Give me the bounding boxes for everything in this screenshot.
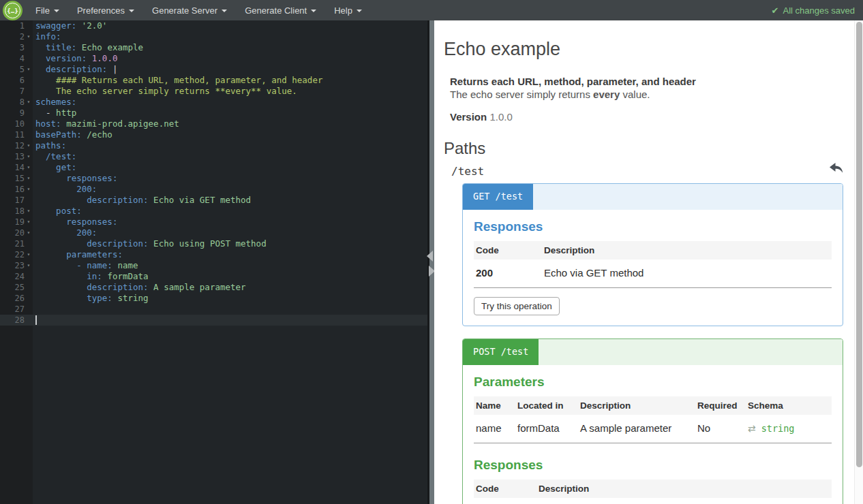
- code-text: The echo server simply returns **every**…: [33, 86, 297, 97]
- table-row: 200Echo using POST method: [474, 498, 832, 504]
- pane-splitter[interactable]: [429, 20, 434, 504]
- collapse-left-icon[interactable]: [427, 251, 433, 262]
- get-responses-heading: Responses: [474, 219, 832, 234]
- editor-line: 4 version: 1.0.0: [0, 53, 427, 64]
- line-number: 15: [0, 173, 25, 184]
- get-panel-header: GET /test: [463, 184, 843, 210]
- editor-line: 18▾ post:: [0, 206, 427, 217]
- column-header: Schema: [746, 396, 832, 415]
- post-panel-header: POST /test: [463, 339, 843, 365]
- editor-line: 11basePath: /echo: [0, 129, 427, 140]
- editor-line: 10host: mazimi-prod.apigee.net: [0, 119, 427, 129]
- caret-down-icon: [129, 10, 134, 12]
- fold-arrow-icon[interactable]: ▾: [25, 64, 33, 75]
- editor-line: 16▾ 200:: [0, 184, 427, 195]
- fold-arrow-icon[interactable]: ▾: [25, 140, 33, 151]
- editor-line: 6 #### Returns each URL, method, paramet…: [0, 75, 427, 86]
- line-number: 17: [0, 195, 25, 206]
- menu-file[interactable]: File: [27, 0, 68, 20]
- fold-arrow-icon[interactable]: ▾: [25, 217, 33, 227]
- line-number: 12: [0, 140, 25, 151]
- preview-scrollbar[interactable]: [854, 20, 863, 504]
- fold-spacer: [25, 293, 33, 304]
- line-number: 5: [0, 64, 25, 75]
- text-cursor: [35, 315, 37, 325]
- version-label: Version: [450, 111, 487, 123]
- code-text: post:: [33, 206, 82, 217]
- menu-label: File: [35, 5, 50, 16]
- editor-line: 24 in: formData: [0, 271, 427, 282]
- fold-arrow-icon[interactable]: ▾: [25, 260, 33, 271]
- code-text: description: Echo via GET method: [33, 195, 251, 206]
- fold-arrow-icon[interactable]: ▾: [25, 249, 33, 260]
- code-text: 200:: [33, 227, 97, 238]
- line-number: 28: [0, 315, 25, 326]
- line-number: 24: [0, 271, 25, 282]
- caret-down-icon: [311, 10, 316, 12]
- line-number: 11: [0, 129, 25, 140]
- column-header: Required: [695, 396, 746, 415]
- scrollbar-thumb[interactable]: [856, 22, 862, 467]
- line-number: 3: [0, 42, 25, 53]
- column-header: Name: [474, 396, 515, 415]
- code-text: host: mazimi-prod.apigee.net: [33, 119, 179, 129]
- menu-label: Generate Client: [245, 5, 307, 16]
- code-text: schemes:: [33, 97, 76, 108]
- code-text: responses:: [33, 173, 117, 184]
- menu-generate-client[interactable]: Generate Client: [236, 0, 325, 20]
- fold-arrow-icon[interactable]: ▾: [25, 184, 33, 195]
- editor-line: 26 type: string: [0, 293, 427, 304]
- code-text: basePath: /echo: [33, 129, 112, 140]
- fold-spacer: [25, 53, 33, 64]
- fold-arrow-icon[interactable]: ▾: [25, 162, 33, 173]
- code-text: - name: name: [33, 260, 138, 271]
- line-number: 4: [0, 53, 25, 64]
- version-value: 1.0.0: [489, 111, 512, 123]
- post-parameters-heading: Parameters: [474, 375, 832, 390]
- api-description: Returns each URL, method, parameter, and…: [450, 75, 845, 101]
- check-icon: ✔: [772, 5, 779, 16]
- editor-line: 1swagger: '2.0': [0, 20, 427, 31]
- operation-panel-post: POST /test Parameters NameLocated inDesc…: [462, 338, 843, 504]
- code-text: version: 1.0.0: [33, 53, 117, 64]
- api-version: Version 1.0.0: [450, 111, 845, 123]
- table-cell: No: [695, 415, 746, 443]
- table-cell: Echo via GET method: [542, 259, 832, 287]
- fold-arrow-icon[interactable]: ▾: [25, 227, 33, 238]
- fold-arrow-icon[interactable]: ▾: [25, 173, 33, 184]
- editor-line: 23▾ - name: name: [0, 260, 427, 271]
- line-number: 23: [0, 260, 25, 271]
- docs-preview: Echo example Returns each URL, method, p…: [434, 20, 863, 504]
- menu-generate-server[interactable]: Generate Server: [143, 0, 236, 20]
- menu-help[interactable]: Help: [325, 0, 371, 20]
- line-number: 9: [0, 108, 25, 119]
- code-text: info:: [33, 31, 61, 42]
- try-operation-button-get[interactable]: Try this operation: [474, 297, 560, 315]
- column-header: Description: [536, 479, 832, 498]
- editor-line: 7 The echo server simply returns **every…: [0, 86, 427, 97]
- fold-arrow-icon[interactable]: ▾: [25, 97, 33, 108]
- param-name-link[interactable]: name: [474, 415, 515, 443]
- menu-preferences[interactable]: Preferences: [68, 0, 143, 20]
- back-arrow-icon[interactable]: [830, 163, 843, 177]
- editor-line: 20▾ 200:: [0, 227, 427, 238]
- save-status: ✔ All changes saved: [772, 5, 863, 16]
- line-number: 14: [0, 162, 25, 173]
- caret-down-icon: [222, 10, 227, 12]
- post-responses-heading: Responses: [474, 458, 832, 473]
- code-text: type: string: [33, 293, 149, 304]
- fold-arrow-icon[interactable]: ▾: [25, 31, 33, 42]
- code-text: [33, 304, 35, 315]
- fold-spacer: [25, 108, 33, 119]
- code-text: - http: [33, 108, 76, 119]
- code-text: #### Returns each URL, method, parameter…: [33, 75, 322, 86]
- fold-arrow-icon[interactable]: ▾: [25, 206, 33, 217]
- fold-spacer: [25, 42, 33, 53]
- line-number: 10: [0, 119, 25, 129]
- column-header: Description: [542, 241, 832, 259]
- line-number: 19: [0, 217, 25, 227]
- yaml-editor[interactable]: 1swagger: '2.0'2▾info:3 title: Echo exam…: [0, 20, 429, 504]
- line-number: 1: [0, 20, 25, 31]
- fold-arrow-icon[interactable]: ▾: [25, 151, 33, 162]
- status-code: 200: [474, 259, 542, 287]
